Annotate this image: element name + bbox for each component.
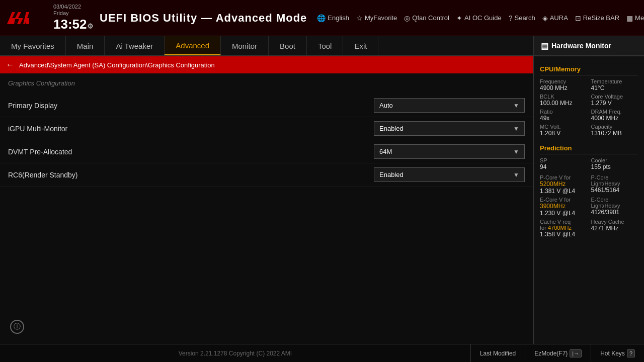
tab-exit[interactable]: Exit — [343, 36, 378, 55]
dvmt-select-box[interactable]: 64M ▼ — [374, 144, 525, 159]
ecore-heavy-col: E-CoreLight/Heavy 4126/3901 — [591, 197, 638, 217]
datetime: 03/04/2022 Friday 13:52⚙ — [53, 4, 84, 32]
igpu-select[interactable]: Enabled ▼ — [374, 121, 525, 136]
ratio-metric: Ratio 49x — [540, 109, 587, 122]
pcore-grid: P-Core V for 5200MHz 1.381 V @L4 P-CoreL… — [540, 174, 638, 195]
info-button[interactable]: ⓘ — [10, 320, 24, 334]
config-row-primary-display: Primary Display Auto ▼ — [0, 94, 533, 117]
config-row-rc6: RC6(Render Standby) Enabled ▼ — [0, 163, 533, 187]
top-bar: 03/04/2022 Friday 13:52⚙ UEFI BIOS Utili… — [0, 0, 644, 36]
primary-display-select[interactable]: Auto ▼ — [374, 98, 525, 113]
cache-v-col: Cache V reqfor 4700MHz 1.358 V @L4 — [540, 219, 587, 238]
hot-keys-badge: ? — [627, 349, 635, 357]
nav-english[interactable]: 🌐 English — [317, 14, 349, 22]
hw-metrics-grid: Frequency 4900 MHz Temperature 41°C BCLK… — [540, 78, 638, 137]
tab-main[interactable]: Main — [66, 36, 105, 55]
mc-volt-metric: MC Volt. 1.208 V — [540, 124, 587, 137]
bottom-actions: Last Modified EzMode(F7) |→ Hot Keys ? — [470, 344, 644, 363]
core-voltage-metric: Core Voltage 1.279 V — [591, 94, 638, 107]
content-area: ← Advanced\System Agent (SA) Configurati… — [0, 56, 644, 344]
nav-bar: My Favorites Main Ai Tweaker Advanced Mo… — [0, 36, 644, 56]
tab-ai-tweaker[interactable]: Ai Tweaker — [105, 36, 165, 55]
fan-icon: ◎ — [404, 14, 410, 22]
bclk-metric: BCLK 100.00 MHz — [540, 94, 587, 107]
section-header: Graphics Configuration — [0, 73, 533, 90]
primary-display-value: Auto — [379, 102, 393, 109]
time-text: 13:52⚙ — [53, 17, 94, 32]
ez-mode-button[interactable]: EzMode(F7) |→ — [525, 344, 591, 363]
igpu-select-box[interactable]: Enabled ▼ — [374, 121, 525, 136]
nav-resize-bar[interactable]: ⊡ ReSize BAR — [575, 14, 619, 22]
star-icon: ☆ — [356, 14, 363, 22]
hw-divider — [540, 140, 638, 140]
temperature-metric: Temperature 41°C — [591, 78, 638, 92]
prediction-sp-cooler: SP 94 Cooler 155 pts — [540, 157, 638, 170]
nav-myfavorite[interactable]: ☆ MyFavorite — [356, 14, 397, 22]
capacity-metric: Capacity 131072 MB — [591, 124, 638, 137]
monitor-icon: ▤ — [541, 41, 548, 51]
time-gear-icon: ⚙ — [87, 22, 94, 30]
dvmt-value: 64M — [379, 148, 392, 155]
prediction-title: Prediction — [540, 144, 638, 154]
svg-marker-1 — [23, 12, 29, 24]
primary-display-label: Primary Display — [8, 102, 374, 110]
bios-title: UEFI BIOS Utility — Advanced Mode — [100, 12, 307, 25]
dvmt-select[interactable]: 64M ▼ — [374, 144, 525, 159]
nav-ai-oc-guide[interactable]: ✦ AI OC Guide — [456, 14, 502, 22]
config-row-dvmt: DVMT Pre-Allocated 64M ▼ — [0, 140, 533, 163]
config-list: Primary Display Auto ▼ iGPU Multi-Monito… — [0, 90, 533, 191]
igpu-value: Enabled — [379, 125, 404, 132]
config-row-igpu: iGPU Multi-Monitor Enabled ▼ — [0, 117, 533, 140]
chevron-down-icon: ▼ — [513, 171, 519, 178]
left-panel: ← Advanced\System Agent (SA) Configurati… — [0, 56, 533, 344]
tab-tool[interactable]: Tool — [307, 36, 344, 55]
sp-metric: SP 94 — [540, 157, 587, 170]
breadcrumb-back-button[interactable]: ← — [6, 60, 14, 69]
breadcrumb: ← Advanced\System Agent (SA) Configurati… — [0, 56, 533, 73]
cooler-metric: Cooler 155 pts — [591, 157, 638, 170]
nav-qfan[interactable]: ◎ Qfan Control — [404, 14, 449, 22]
hw-monitor-header: ▤ Hardware Monitor — [533, 36, 644, 55]
pcore-heavy-col: P-CoreLight/Heavy 5461/5164 — [591, 174, 638, 195]
resize-icon: ⊡ — [575, 14, 581, 22]
breadcrumb-text: Advanced\System Agent (SA) Configuration… — [19, 61, 215, 69]
chevron-down-icon: ▼ — [513, 102, 519, 109]
info-area: ⓘ — [10, 320, 24, 334]
rog-logo-icon — [5, 10, 31, 26]
chevron-down-icon: ▼ — [513, 148, 519, 155]
logo-area — [5, 10, 45, 26]
primary-display-select-box[interactable]: Auto ▼ — [374, 98, 525, 113]
nav-memtest86[interactable]: ▦ MemTest86 — [626, 14, 644, 22]
aura-icon: ◈ — [542, 14, 548, 22]
globe-icon: 🌐 — [317, 14, 326, 22]
heavy-cache-col: Heavy Cache 4271 MHz — [591, 219, 638, 238]
tab-monitor[interactable]: Monitor — [221, 36, 269, 55]
rc6-select-box[interactable]: Enabled ▼ — [374, 167, 525, 182]
frequency-label: Frequency 4900 MHz — [540, 78, 587, 92]
rc6-select[interactable]: Enabled ▼ — [374, 167, 525, 182]
ai-icon: ✦ — [456, 14, 462, 22]
bottom-bar: Version 2.21.1278 Copyright (C) 2022 AMI… — [0, 344, 644, 362]
hot-keys-button[interactable]: Hot Keys ? — [591, 344, 644, 363]
rc6-value: Enabled — [379, 171, 404, 178]
mem-icon: ▦ — [626, 14, 633, 22]
pcore-v-label-col: P-Core V for 5200MHz 1.381 V @L4 — [540, 174, 587, 195]
search-icon: ? — [509, 14, 513, 22]
rc6-label: RC6(Render Standby) — [8, 171, 374, 179]
version-text: Version 2.21.1278 Copyright (C) 2022 AMI — [0, 350, 470, 357]
tab-boot[interactable]: Boot — [269, 36, 307, 55]
nav-search[interactable]: ? Search — [509, 14, 535, 22]
dvmt-label: DVMT Pre-Allocated — [8, 148, 374, 156]
cpu-memory-title: CPU/Memory — [540, 65, 638, 75]
tab-advanced[interactable]: Advanced — [165, 36, 221, 55]
svg-marker-0 — [7, 12, 23, 24]
nav-aura[interactable]: ◈ AURA — [542, 14, 568, 22]
dram-freq-metric: DRAM Freq. 4000 MHz — [591, 109, 638, 122]
igpu-label: iGPU Multi-Monitor — [8, 125, 374, 133]
hw-monitor-panel: CPU/Memory Frequency 4900 MHz Temperatur… — [533, 56, 644, 344]
last-modified-button[interactable]: Last Modified — [470, 344, 525, 363]
tab-my-favorites[interactable]: My Favorites — [0, 36, 66, 55]
date-text: 03/04/2022 Friday — [53, 4, 81, 17]
cache-grid: Cache V reqfor 4700MHz 1.358 V @L4 Heavy… — [540, 219, 638, 238]
top-nav-items: 🌐 English ☆ MyFavorite ◎ Qfan Control ✦ … — [317, 14, 644, 22]
